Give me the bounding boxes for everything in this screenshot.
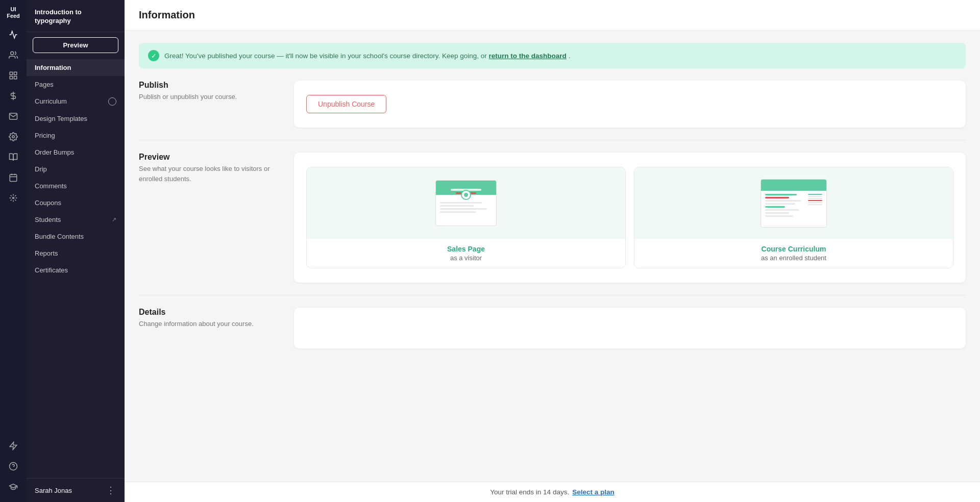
mockup-line [765, 212, 789, 214]
publish-content: Unpublish Course [294, 81, 966, 128]
mockup-line [440, 208, 487, 210]
preview-button[interactable]: Preview [33, 37, 118, 53]
sidebar-item-certificates[interactable]: Certificates [27, 262, 125, 279]
sidebar-item-students[interactable]: Students ↗ [27, 211, 125, 228]
main-content: ✓ Great! You've published your course — … [125, 31, 980, 482]
chart-icon[interactable] [4, 26, 22, 44]
sidebar-item-coupons[interactable]: Coupons [27, 194, 125, 211]
sales-page-label: Sales Page as a visitor [307, 239, 625, 268]
details-label: Details Change information about your co… [139, 308, 282, 348]
more-options-button[interactable]: ⋮ [106, 485, 116, 496]
curriculum-card-label: Course Curriculum as an enrolled student [634, 239, 953, 268]
mail-icon[interactable] [4, 107, 22, 126]
curriculum-card-subtitle: as an enrolled student [641, 254, 947, 262]
nav-item-label: Information [35, 64, 71, 71]
course-title: Introduction to typography [27, 0, 125, 32]
mockup-line [440, 211, 476, 213]
external-link-icon: ↗ [112, 216, 116, 223]
success-check-icon: ✓ [148, 50, 159, 61]
mockup-small-line [808, 202, 822, 203]
mockup-curriculum-left [765, 194, 805, 224]
mockup-small-line [808, 204, 822, 205]
graduation-icon[interactable] [4, 478, 22, 496]
unpublish-button[interactable]: Unpublish Course [306, 95, 386, 113]
lightning-icon[interactable] [4, 437, 22, 455]
sales-page-card[interactable]: Sales Page as a visitor [306, 167, 626, 268]
curriculum-badge [108, 97, 116, 106]
trial-bar: Your trial ends in 14 days. Select a pla… [125, 482, 980, 502]
dashboard-icon[interactable] [4, 66, 22, 85]
dashboard-link[interactable]: return to the dashboard [489, 52, 567, 60]
svg-marker-12 [10, 442, 17, 450]
question-icon[interactable] [4, 457, 22, 475]
svg-rect-1 [10, 72, 12, 75]
success-banner: ✓ Great! You've published your course — … [139, 43, 966, 68]
mockup-line [765, 197, 789, 198]
preview-label: Preview See what your course looks like … [139, 153, 282, 184]
publish-section: Publish Publish or unpublish your course… [139, 81, 966, 128]
preview-description: See what your course looks like to visit… [139, 164, 282, 184]
sidebar-item-drip[interactable]: Drip [27, 161, 125, 178]
trial-message: Your trial ends in 14 days. [490, 488, 569, 496]
sidebar-item-pricing[interactable]: Pricing [27, 127, 125, 144]
tools-icon[interactable] [4, 189, 22, 207]
users-icon[interactable] [4, 46, 22, 64]
sidebar-item-design-templates[interactable]: Design Templates [27, 110, 125, 127]
nav-item-label: Pricing [35, 132, 55, 139]
section-divider-1 [139, 140, 966, 140]
preview-content: Sales Page as a visitor [294, 153, 966, 283]
nav-item-label: Reports [35, 249, 58, 257]
nav-item-label: Certificates [35, 266, 68, 274]
nav-item-label: Order Bumps [35, 148, 74, 156]
nav-item-label: Bundle Contents [35, 233, 84, 240]
curriculum-card[interactable]: Course Curriculum as an enrolled student [634, 167, 953, 268]
sidebar-item-pages[interactable]: Pages [27, 76, 125, 93]
mockup-line [765, 215, 793, 217]
settings-icon[interactable] [4, 128, 22, 146]
mockup-line [765, 206, 785, 208]
nav-item-label: Design Templates [35, 115, 87, 122]
details-description: Change information about your course. [139, 319, 282, 329]
page-title: Information [139, 9, 195, 21]
dollar-icon[interactable] [4, 87, 22, 105]
details-section: Details Change information about your co… [139, 308, 966, 348]
mockup-curriculum-header [761, 180, 826, 191]
calendar-icon[interactable] [4, 168, 22, 187]
nav-item-label: Coupons [35, 199, 61, 207]
svg-rect-3 [14, 77, 17, 79]
preview-title: Preview [139, 153, 282, 162]
main-area: Information ✓ Great! You've published yo… [125, 0, 980, 502]
publish-description: Publish or unpublish your course. [139, 92, 282, 102]
mockup-small-line [808, 200, 822, 201]
sidebar-item-reports[interactable]: Reports [27, 245, 125, 262]
sidebar-footer: Sarah Jonas ⋮ [27, 478, 125, 502]
mockup-curriculum-right [808, 194, 822, 224]
svg-point-0 [11, 52, 14, 55]
curriculum-mockup-graphic [761, 179, 827, 228]
sidebar-item-bundle-contents[interactable]: Bundle Contents [27, 228, 125, 245]
sidebar-item-information[interactable]: Information [27, 59, 125, 76]
mockup-line [440, 202, 482, 204]
preview-cards: Sales Page as a visitor [306, 167, 953, 268]
nav-item-label: Comments [35, 182, 67, 190]
svg-rect-7 [10, 174, 17, 182]
svg-point-6 [12, 136, 15, 138]
sidebar-item-order-bumps[interactable]: Order Bumps [27, 144, 125, 161]
details-content [294, 308, 966, 348]
select-plan-link[interactable]: Select a plan [572, 488, 615, 496]
icon-rail: UIFeed [0, 0, 27, 502]
app-logo: UIFeed [5, 6, 22, 19]
mockup-line [765, 209, 799, 211]
mockup-line [440, 205, 474, 207]
library-icon[interactable] [4, 148, 22, 166]
sidebar-item-comments[interactable]: Comments [27, 178, 125, 194]
sidebar-item-curriculum[interactable]: Curriculum [27, 93, 125, 110]
mockup-circle [461, 190, 471, 200]
preview-section: Preview See what your course looks like … [139, 153, 966, 283]
publish-title: Publish [139, 81, 282, 90]
main-header: Information [125, 0, 980, 31]
mockup-small-line [808, 194, 822, 195]
sales-page-subtitle: as a visitor [313, 254, 619, 262]
mockup-small-line [808, 198, 822, 199]
sales-page-title: Sales Page [313, 245, 619, 253]
